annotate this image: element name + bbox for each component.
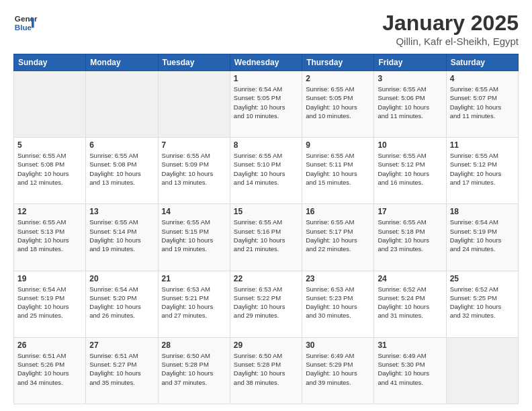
day-info: Sunrise: 6:55 AM Sunset: 5:11 PM Dayligh… [306, 151, 370, 187]
day-info: Sunrise: 6:55 AM Sunset: 5:05 PM Dayligh… [306, 85, 370, 120]
day-info: Sunrise: 6:51 AM Sunset: 5:27 PM Dayligh… [89, 351, 154, 387]
svg-text:General: General [15, 14, 38, 23]
day-number: 27 [89, 340, 154, 350]
calendar-cell: 20Sunrise: 6:54 AM Sunset: 5:20 PM Dayli… [86, 271, 158, 337]
day-number: 22 [234, 274, 298, 283]
calendar-cell: 16Sunrise: 6:55 AM Sunset: 5:17 PM Dayli… [302, 204, 374, 271]
day-number: 14 [162, 207, 226, 216]
calendar-cell: 29Sunrise: 6:50 AM Sunset: 5:28 PM Dayli… [230, 337, 302, 404]
calendar-cell: 7Sunrise: 6:55 AM Sunset: 5:09 PM Daylig… [158, 138, 230, 204]
calendar-cell [158, 71, 230, 138]
calendar-cell: 12Sunrise: 6:55 AM Sunset: 5:13 PM Dayli… [14, 204, 86, 271]
calendar-week-row: 19Sunrise: 6:54 AM Sunset: 5:19 PM Dayli… [14, 271, 519, 337]
calendar-cell: 21Sunrise: 6:53 AM Sunset: 5:21 PM Dayli… [158, 271, 230, 337]
calendar-cell: 31Sunrise: 6:49 AM Sunset: 5:30 PM Dayli… [374, 337, 446, 404]
title-block: January 2025 Qillin, Kafr el-Sheikh, Egy… [382, 11, 519, 47]
day-info: Sunrise: 6:55 AM Sunset: 5:09 PM Dayligh… [162, 151, 226, 187]
calendar-cell: 27Sunrise: 6:51 AM Sunset: 5:27 PM Dayli… [86, 337, 158, 404]
calendar-cell [86, 71, 158, 138]
day-number: 19 [17, 274, 82, 283]
day-number: 5 [17, 140, 82, 150]
day-info: Sunrise: 6:55 AM Sunset: 5:08 PM Dayligh… [17, 151, 82, 187]
calendar-week-row: 26Sunrise: 6:51 AM Sunset: 5:26 PM Dayli… [14, 337, 519, 404]
day-info: Sunrise: 6:55 AM Sunset: 5:12 PM Dayligh… [450, 151, 515, 187]
day-number: 10 [378, 140, 442, 150]
day-info: Sunrise: 6:55 AM Sunset: 5:16 PM Dayligh… [234, 218, 298, 253]
day-info: Sunrise: 6:50 AM Sunset: 5:28 PM Dayligh… [234, 351, 298, 387]
day-info: Sunrise: 6:54 AM Sunset: 5:19 PM Dayligh… [450, 218, 515, 253]
day-info: Sunrise: 6:55 AM Sunset: 5:08 PM Dayligh… [89, 151, 154, 187]
day-info: Sunrise: 6:54 AM Sunset: 5:05 PM Dayligh… [234, 85, 298, 120]
calendar-cell: 8Sunrise: 6:55 AM Sunset: 5:10 PM Daylig… [230, 138, 302, 204]
calendar-cell: 23Sunrise: 6:53 AM Sunset: 5:23 PM Dayli… [302, 271, 374, 337]
calendar-cell: 22Sunrise: 6:53 AM Sunset: 5:22 PM Dayli… [230, 271, 302, 337]
calendar-table: SundayMondayTuesdayWednesdayThursdayFrid… [13, 54, 519, 404]
calendar-cell: 1Sunrise: 6:54 AM Sunset: 5:05 PM Daylig… [230, 71, 302, 138]
day-number: 29 [234, 340, 298, 350]
calendar-week-row: 1Sunrise: 6:54 AM Sunset: 5:05 PM Daylig… [14, 71, 519, 138]
day-number: 21 [162, 274, 226, 283]
day-info: Sunrise: 6:55 AM Sunset: 5:12 PM Dayligh… [378, 151, 442, 187]
day-number: 8 [234, 140, 298, 150]
calendar-header-row: SundayMondayTuesdayWednesdayThursdayFrid… [14, 54, 519, 71]
calendar-weekday-header: Saturday [446, 54, 518, 71]
day-info: Sunrise: 6:53 AM Sunset: 5:22 PM Dayligh… [234, 285, 298, 320]
calendar-cell: 15Sunrise: 6:55 AM Sunset: 5:16 PM Dayli… [230, 204, 302, 271]
day-number: 18 [450, 207, 515, 216]
day-info: Sunrise: 6:54 AM Sunset: 5:19 PM Dayligh… [17, 285, 82, 320]
day-number: 20 [89, 274, 154, 283]
logo: General Blue [13, 11, 38, 35]
day-number: 24 [378, 274, 442, 283]
calendar-cell: 13Sunrise: 6:55 AM Sunset: 5:14 PM Dayli… [86, 204, 158, 271]
calendar-cell: 11Sunrise: 6:55 AM Sunset: 5:12 PM Dayli… [446, 138, 518, 204]
calendar-week-row: 5Sunrise: 6:55 AM Sunset: 5:08 PM Daylig… [14, 138, 519, 204]
calendar-cell: 2Sunrise: 6:55 AM Sunset: 5:05 PM Daylig… [302, 71, 374, 138]
calendar-cell: 24Sunrise: 6:52 AM Sunset: 5:24 PM Dayli… [374, 271, 446, 337]
day-info: Sunrise: 6:51 AM Sunset: 5:26 PM Dayligh… [17, 351, 82, 387]
calendar-cell: 18Sunrise: 6:54 AM Sunset: 5:19 PM Dayli… [446, 204, 518, 271]
calendar-cell: 25Sunrise: 6:52 AM Sunset: 5:25 PM Dayli… [446, 271, 518, 337]
day-info: Sunrise: 6:55 AM Sunset: 5:15 PM Dayligh… [162, 218, 226, 253]
calendar-weekday-header: Friday [374, 54, 446, 71]
calendar-cell: 28Sunrise: 6:50 AM Sunset: 5:28 PM Dayli… [158, 337, 230, 404]
day-number: 2 [306, 74, 370, 83]
calendar-cell: 4Sunrise: 6:55 AM Sunset: 5:07 PM Daylig… [446, 71, 518, 138]
day-info: Sunrise: 6:55 AM Sunset: 5:13 PM Dayligh… [17, 218, 82, 253]
day-info: Sunrise: 6:55 AM Sunset: 5:18 PM Dayligh… [378, 218, 442, 253]
svg-text:Blue: Blue [15, 23, 32, 32]
day-info: Sunrise: 6:53 AM Sunset: 5:23 PM Dayligh… [306, 285, 370, 320]
calendar-cell: 5Sunrise: 6:55 AM Sunset: 5:08 PM Daylig… [14, 138, 86, 204]
calendar-cell [14, 71, 86, 138]
day-info: Sunrise: 6:55 AM Sunset: 5:10 PM Dayligh… [234, 151, 298, 187]
day-info: Sunrise: 6:53 AM Sunset: 5:21 PM Dayligh… [162, 285, 226, 320]
day-number: 6 [89, 140, 154, 150]
calendar-week-row: 12Sunrise: 6:55 AM Sunset: 5:13 PM Dayli… [14, 204, 519, 271]
calendar-cell: 17Sunrise: 6:55 AM Sunset: 5:18 PM Dayli… [374, 204, 446, 271]
calendar-weekday-header: Monday [86, 54, 158, 71]
calendar-cell: 6Sunrise: 6:55 AM Sunset: 5:08 PM Daylig… [86, 138, 158, 204]
calendar-weekday-header: Sunday [14, 54, 86, 71]
day-info: Sunrise: 6:54 AM Sunset: 5:20 PM Dayligh… [89, 285, 154, 320]
day-number: 15 [234, 207, 298, 216]
day-info: Sunrise: 6:52 AM Sunset: 5:25 PM Dayligh… [450, 285, 515, 320]
calendar-weekday-header: Wednesday [230, 54, 302, 71]
day-number: 12 [17, 207, 82, 216]
day-info: Sunrise: 6:55 AM Sunset: 5:17 PM Dayligh… [306, 218, 370, 253]
day-number: 16 [306, 207, 370, 216]
calendar-cell: 14Sunrise: 6:55 AM Sunset: 5:15 PM Dayli… [158, 204, 230, 271]
calendar-cell: 30Sunrise: 6:49 AM Sunset: 5:29 PM Dayli… [302, 337, 374, 404]
day-number: 31 [378, 340, 442, 350]
day-number: 3 [378, 74, 442, 83]
calendar-cell: 19Sunrise: 6:54 AM Sunset: 5:19 PM Dayli… [14, 271, 86, 337]
day-number: 4 [450, 74, 515, 83]
day-number: 9 [306, 140, 370, 150]
day-info: Sunrise: 6:49 AM Sunset: 5:29 PM Dayligh… [306, 351, 370, 387]
calendar-subtitle: Qillin, Kafr el-Sheikh, Egypt [382, 36, 519, 47]
day-number: 7 [162, 140, 226, 150]
day-info: Sunrise: 6:55 AM Sunset: 5:06 PM Dayligh… [378, 85, 442, 120]
day-info: Sunrise: 6:52 AM Sunset: 5:24 PM Dayligh… [378, 285, 442, 320]
day-number: 28 [162, 340, 226, 350]
day-info: Sunrise: 6:49 AM Sunset: 5:30 PM Dayligh… [378, 351, 442, 387]
calendar-cell: 9Sunrise: 6:55 AM Sunset: 5:11 PM Daylig… [302, 138, 374, 204]
calendar-cell: 3Sunrise: 6:55 AM Sunset: 5:06 PM Daylig… [374, 71, 446, 138]
